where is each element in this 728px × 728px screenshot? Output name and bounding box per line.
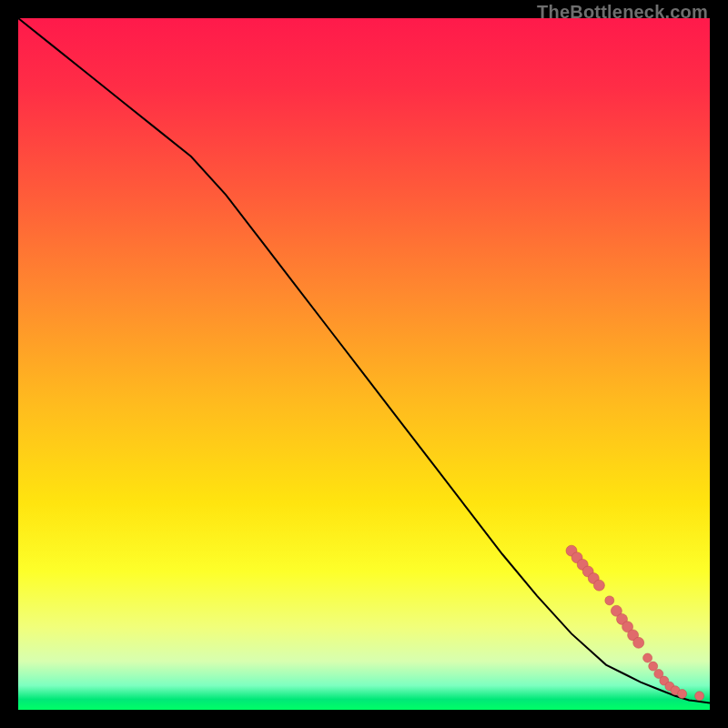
bottleneck-chart	[18, 18, 710, 710]
data-marker	[605, 596, 614, 605]
data-marker	[633, 637, 644, 648]
data-marker	[593, 580, 604, 591]
data-marker	[678, 690, 687, 699]
chart-frame	[18, 18, 710, 710]
data-marker	[695, 692, 704, 701]
gradient-background	[18, 18, 710, 710]
data-marker	[643, 653, 652, 662]
data-marker	[649, 662, 658, 671]
